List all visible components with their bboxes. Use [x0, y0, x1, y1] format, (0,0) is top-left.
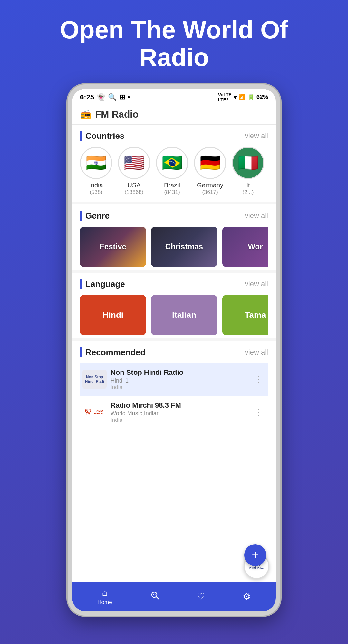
country-item-brazil[interactable]: 🇧🇷 Brazil (8431)	[156, 147, 188, 195]
heart-icon: ♡	[197, 591, 205, 602]
radio-name-mirchi: Radio Mirchi 98.3 FM	[111, 401, 248, 410]
nav-item-home[interactable]: ⌂ Home	[97, 588, 112, 606]
more-btn-mirchi[interactable]: ⋮	[252, 405, 266, 420]
status-bar: 6:25 👻 🔍 ⊞ • VoLTELTE2 ▾ 📶 🔋 62%	[72, 89, 276, 104]
genre-header: Genre view all	[80, 211, 268, 221]
nav-item-settings[interactable]: ⚙	[243, 591, 251, 602]
status-dot: •	[128, 93, 130, 101]
discover-icon	[150, 591, 159, 602]
radio-icon: 📻	[80, 109, 91, 119]
genre-card-christmas[interactable]: Christmas	[151, 227, 217, 267]
radio-country-mirchi: India	[111, 417, 248, 423]
language-row: Hindi Italian Tama	[80, 295, 268, 335]
countries-section: Countries view all 🇮🇳 India (538) 🇺🇸 USA…	[72, 125, 276, 202]
genre-row: Festive Christmas Wor	[80, 227, 268, 267]
radio-info-nonstop: Non Stop Hindi Radio Hindi 1 India	[107, 368, 252, 391]
country-item-india[interactable]: 🇮🇳 India (538)	[80, 147, 112, 195]
flag-germany: 🇩🇪	[194, 147, 226, 179]
recommended-section: Recommended view all Non StopHindi Radi …	[72, 341, 276, 432]
svg-point-0	[152, 592, 157, 597]
language-label-hindi: Hindi	[102, 310, 123, 320]
language-section: Language view all Hindi Italian Tama	[72, 273, 276, 338]
flag-brazil: 🇧🇷	[156, 147, 188, 179]
recommended-title: Recommended	[80, 347, 145, 357]
language-card-hindi[interactable]: Hindi	[80, 295, 146, 335]
status-right: VoLTELTE2 ▾ 📶 🔋 62%	[218, 92, 268, 102]
phone-frame: 6:25 👻 🔍 ⊞ • VoLTELTE2 ▾ 📶 🔋 62% 📻 FM Ra…	[68, 84, 280, 616]
country-name-brazil: Brazil	[164, 182, 180, 189]
country-name-usa: USA	[127, 182, 140, 189]
radio-item-nonstop[interactable]: Non StopHindi Radi Non Stop Hindi Radio …	[80, 363, 268, 396]
countries-header: Countries view all	[80, 131, 268, 141]
country-name-india: India	[89, 182, 103, 189]
radio-thumb-nonstop: Non StopHindi Radi	[82, 370, 107, 389]
fab-icon: +	[252, 548, 258, 562]
status-time: 6:25	[80, 93, 94, 101]
status-signal-icon: 📶	[238, 94, 246, 101]
more-btn-nonstop[interactable]: ⋮	[252, 372, 266, 387]
countries-view-all[interactable]: view all	[245, 132, 268, 140]
flag-usa: 🇺🇸	[118, 147, 150, 179]
country-item-usa[interactable]: 🇺🇸 USA (13868)	[118, 147, 150, 195]
countries-title: Countries	[80, 131, 124, 141]
phone-wrapper: 6:25 👻 🔍 ⊞ • VoLTELTE2 ▾ 📶 🔋 62% 📻 FM Ra…	[0, 84, 348, 616]
country-name-germany: Germany	[197, 182, 223, 189]
radio-sub-mirchi: World Music,Indian	[111, 410, 248, 417]
recommended-list: Non StopHindi Radi Non Stop Hindi Radio …	[80, 363, 268, 429]
hero-section: Open The World Of Radio	[0, 0, 348, 81]
country-count-germany: (3617)	[202, 189, 218, 195]
status-grid-icon: ⊞	[119, 93, 125, 101]
gap-2	[72, 270, 276, 273]
country-count-brazil: (8431)	[164, 189, 180, 195]
nav-item-discover[interactable]	[150, 591, 159, 602]
gap-1	[72, 202, 276, 204]
nav-item-favorites[interactable]: ♡	[197, 591, 205, 602]
country-count-india: (538)	[90, 189, 102, 195]
status-search-icon: 🔍	[108, 93, 117, 101]
app-title: FM Radio	[95, 109, 139, 120]
language-label-tamil: Tama	[245, 310, 266, 320]
radio-name-nonstop: Non Stop Hindi Radio	[111, 368, 248, 377]
radio-item-mirchi[interactable]: 98.3 FMRADIO MIRCHI Radio Mirchi 98.3 FM…	[80, 396, 268, 429]
radio-sub-nonstop: Hindi 1	[111, 377, 248, 384]
app-header: 📻 FM Radio	[72, 104, 276, 125]
status-battery-icon: 🔋	[247, 94, 255, 101]
recommended-header: Recommended view all	[80, 347, 268, 357]
status-wifi-icon: ▾	[234, 94, 237, 101]
recommended-view-all[interactable]: view all	[245, 348, 268, 356]
genre-card-world[interactable]: Wor	[222, 227, 268, 267]
language-view-all[interactable]: view all	[245, 280, 268, 288]
genre-label-festive: Festive	[100, 242, 126, 251]
genre-label-world: Wor	[248, 242, 263, 251]
radio-country-nonstop: India	[111, 384, 248, 391]
status-left: 6:25 👻 🔍 ⊞ •	[80, 93, 130, 101]
language-title: Language	[80, 279, 125, 289]
gap-3	[72, 338, 276, 341]
status-snapchat-icon: 👻	[97, 93, 105, 101]
hero-title: Open The World Of Radio	[0, 0, 348, 81]
status-network: VoLTELTE2	[218, 92, 232, 102]
country-name-italy: It	[246, 182, 250, 189]
country-item-germany[interactable]: 🇩🇪 Germany (3617)	[194, 147, 226, 195]
country-count-italy: (2...)	[243, 189, 254, 195]
settings-icon: ⚙	[243, 591, 251, 602]
genre-label-christmas: Christmas	[165, 242, 203, 251]
genre-view-all[interactable]: view all	[245, 212, 268, 220]
country-count-usa: (13868)	[125, 189, 144, 195]
genre-card-festive[interactable]: Festive	[80, 227, 146, 267]
bottom-nav: ⌂ Home ♡ ⚙	[72, 582, 276, 611]
fab-button[interactable]: +	[244, 544, 266, 566]
radio-thumb-mirchi: 98.3 FMRADIO MIRCHI	[82, 402, 107, 422]
radio-info-mirchi: Radio Mirchi 98.3 FM World Music,Indian …	[107, 401, 252, 423]
flag-italy: 🇮🇹	[232, 147, 264, 179]
genre-title: Genre	[80, 211, 110, 221]
flag-india: 🇮🇳	[80, 147, 112, 179]
countries-row: 🇮🇳 India (538) 🇺🇸 USA (13868) 🇧🇷 Brazil …	[80, 147, 268, 199]
language-card-italian[interactable]: Italian	[151, 295, 217, 335]
language-header: Language view all	[80, 279, 268, 289]
genre-section: Genre view all Festive Christmas Wor	[72, 204, 276, 270]
language-label-italian: Italian	[172, 310, 196, 320]
country-item-italy[interactable]: 🇮🇹 It (2...)	[232, 147, 264, 195]
nav-label-home: Home	[97, 599, 112, 606]
language-card-tamil[interactable]: Tama	[222, 295, 268, 335]
